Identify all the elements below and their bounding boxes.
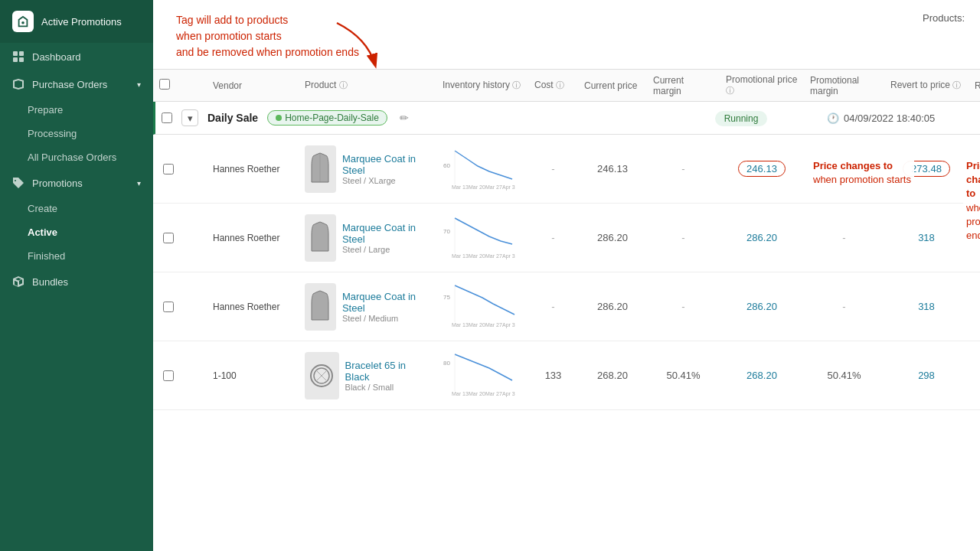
products-label: Products: [923,12,965,24]
row2-current-price: 286.20 [578,232,647,243]
row3-promo-margin: - [804,301,884,312]
sidebar-item-promotions[interactable]: Promotions ▾ [0,169,153,197]
purchase-orders-label: Purchase Orders [32,79,107,90]
row4-product-link[interactable]: Bracelet 65 in Black [345,360,407,383]
table-wrapper[interactable]: Vendor Product ⓘ Inventory history ⓘ Cos… [153,69,980,551]
row4-vendor: 1-100 [207,370,299,381]
annotation-text: Tag will add to products when promotion … [176,12,965,60]
row2-checkbox[interactable] [163,233,174,243]
tag-dot [276,115,282,121]
sidebar-item-active[interactable]: Active [0,220,153,244]
row1-checkbox[interactable] [163,164,174,174]
svg-text:Apr 3: Apr 3 [502,253,515,259]
row3-variant: Steel / Medium [342,314,430,323]
row1-current-price: 246.13 [578,163,647,174]
row2-cost: - [528,232,578,243]
row2-promo-price-value[interactable]: 286.20 [746,232,777,243]
row4-cost: 133 [528,370,578,381]
main-content: Tag will add to products when promotion … [153,0,980,551]
sidebar-item-finished[interactable]: Finished [0,244,153,268]
package-icon [12,276,24,288]
dashboard-label: Dashboard [32,51,81,63]
row1-promo-price-value[interactable]: 246.13 [738,161,786,177]
rows-container: Price changes towhen promotion starts Pr… [153,135,980,410]
svg-text:Mar 27: Mar 27 [485,253,502,259]
svg-text:Mar 13: Mar 13 [452,253,469,259]
row4-revert-price-value[interactable]: 298 [918,370,935,381]
svg-text:Mar 20: Mar 20 [469,391,485,396]
row4-promo-price-value[interactable]: 268.20 [746,370,777,381]
row2-product-link[interactable]: Marquee Coat in Steel [342,222,416,245]
brand-logo [12,11,34,32]
annotation-arrow [329,15,390,77]
row2-revert-price: 318 [884,232,969,243]
sidebar-item-purchase-orders[interactable]: Purchase Orders ▾ [0,70,153,98]
col-inventory: Inventory history ⓘ [436,80,528,91]
row3-promo-price-value[interactable]: 286.20 [746,301,777,312]
bundles-label: Bundles [32,276,68,288]
svg-text:Mar 27: Mar 27 [485,184,502,190]
promotion-row: ▾ Daily Sale Home-Page-Daily-Sale ✏ Runn… [153,102,980,135]
row4-revert-price: 298 [884,370,969,381]
sidebar-item-dashboard[interactable]: Dashboard [0,43,153,70]
sidebar-item-prepare[interactable]: Prepare [0,98,153,122]
promo-checkbox[interactable] [162,112,172,123]
promo-status: Running [715,111,768,126]
row3-product-link[interactable]: Marquee Coat in Steel [342,291,416,314]
row1-product: Marquee Coat in Steel Steel / XLarge [299,145,436,193]
clock-icon: 🕐 [827,112,839,124]
row3-product: Marquee Coat in Steel Steel / Medium [299,283,436,331]
row3-checkbox[interactable] [163,302,174,312]
svg-text:60: 60 [443,162,450,169]
row2-chart: 70 Mar 13 Mar 20 Mar 27 Apr 3 [436,214,528,262]
svg-rect-2 [19,51,24,56]
row2-promo-margin: - [804,232,884,243]
promotions-chevron: ▾ [137,179,141,187]
select-all-checkbox[interactable] [159,79,170,90]
row4-product-info: Bracelet 65 in Black Black / Small [345,360,430,392]
row3-chart: 75 Mar 13 Mar 20 Mar 27 Apr 3 [436,282,528,331]
svg-text:Mar 13: Mar 13 [452,322,469,328]
row1-variant: Steel / XLarge [342,176,430,185]
sidebar-header: Active Promotions [0,0,153,43]
svg-point-0 [21,21,24,24]
sidebar: Active Promotions Dashboard Purchase Ord… [0,0,153,551]
promo-name: Daily Sale [207,112,258,124]
row1-product-link[interactable]: Marquee Coat in Steel [342,153,416,176]
row4-revert-margin: 55.37% [969,370,980,381]
svg-rect-4 [19,57,24,62]
sidebar-item-all-purchase-orders[interactable]: All Purchase Orders [0,145,153,169]
svg-text:Apr 3: Apr 3 [502,184,515,191]
row3-promo-price: 286.20 [720,301,804,312]
row3-revert-margin: - [969,301,980,312]
svg-text:Apr 3: Apr 3 [502,391,515,397]
row2-product: Marquee Coat in Steel Steel / Large [299,214,436,262]
promo-expand-btn[interactable]: ▾ [181,109,198,126]
col-product: Product ⓘ [299,80,436,91]
row4-current-price: 268.20 [578,370,647,381]
row1-revert-margin: - [969,163,980,174]
edit-icon[interactable]: ✏ [400,112,409,124]
row1-chart: 60 Mar 13 Mar 20 Mar 27 Apr 3 [436,145,528,193]
row2-revert-price-value[interactable]: 318 [918,232,935,243]
table-row: Hannes Roether Marquee Coat in Steel Ste… [153,204,980,272]
tag-icon [12,177,24,189]
sidebar-item-create[interactable]: Create [0,197,153,220]
row1-promo-price: 246.13 [720,161,804,177]
svg-text:80: 80 [443,360,450,367]
row2-variant: Steel / Large [342,245,430,254]
purchase-orders-chevron: ▾ [137,80,141,89]
row2-promo-price: 286.20 [720,232,804,243]
sidebar-item-bundles[interactable]: Bundles [0,268,153,295]
svg-text:Apr 3: Apr 3 [502,322,515,328]
row3-current-price: 286.20 [578,301,647,312]
sidebar-item-processing[interactable]: Processing [0,122,153,145]
row1-revert-price-value[interactable]: 273.48 [903,161,950,177]
row4-checkbox[interactable] [163,370,174,381]
row3-revert-price-value[interactable]: 318 [918,301,935,312]
col-promo-price: Promotional price ⓘ [720,74,804,96]
svg-text:Mar 27: Mar 27 [485,391,502,396]
row4-chart: 80 Mar 13 Mar 20 Mar 27 Apr 3 [436,351,528,399]
row1-promo-margin: - [804,163,884,174]
col-vendor: Vendor [207,80,299,91]
